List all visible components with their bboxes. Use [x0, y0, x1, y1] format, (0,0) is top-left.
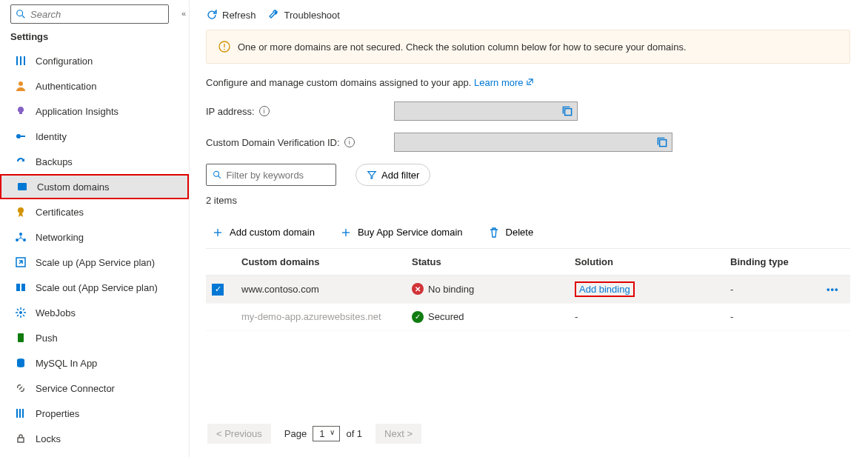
nav-label: Locks	[36, 433, 61, 444]
page-select[interactable]: 1 ∨	[313, 426, 340, 441]
add-filter-label: Add filter	[381, 170, 419, 181]
pager: < Previous Page 1 ∨ of 1 Next >	[190, 410, 868, 457]
svg-rect-27	[660, 140, 667, 147]
sidebar-item-certificates[interactable]: Certificates	[0, 199, 189, 224]
cell-solution: -	[569, 303, 724, 330]
refresh-button[interactable]: Refresh	[206, 9, 256, 21]
certificate-icon	[15, 206, 27, 218]
delete-button[interactable]: Delete	[482, 227, 534, 238]
cell-domain: www.contoso.com	[236, 276, 406, 304]
sidebar-item-locks[interactable]: Locks	[0, 426, 189, 451]
filter-input[interactable]	[226, 170, 330, 181]
svg-rect-20	[19, 409, 21, 418]
warning-alert: One or more domains are not secured. Che…	[206, 30, 850, 64]
sidebar-item-service-connector[interactable]: Service Connector	[0, 376, 189, 401]
sidebar-item-custom-domains[interactable]: Custom domains	[0, 174, 189, 199]
warning-icon	[218, 41, 230, 53]
nav-label: Configuration	[36, 56, 93, 67]
sidebar-item-backups[interactable]: Backups	[0, 149, 189, 174]
sidebar-item-app-insights[interactable]: Application Insights	[0, 99, 189, 124]
nav-label: Scale up (App Service plan)	[36, 257, 155, 268]
svg-rect-8	[18, 183, 27, 190]
col-domain[interactable]: Custom domains	[236, 249, 406, 276]
bulb-icon	[15, 105, 27, 117]
nav-label: MySQL In App	[36, 358, 97, 369]
col-solution[interactable]: Solution	[569, 249, 724, 276]
nav-label: Identity	[36, 131, 67, 142]
network-icon	[15, 231, 27, 243]
svg-point-0	[17, 10, 23, 16]
scale-up-icon	[15, 256, 27, 268]
cell-binding: -	[724, 276, 821, 304]
table-row[interactable]: ✓ www.contoso.com ✕No binding Add bindin…	[206, 276, 850, 304]
svg-point-9	[18, 207, 24, 213]
external-link-icon	[526, 78, 534, 86]
row-checkbox[interactable]: ✓	[212, 284, 224, 296]
search-icon	[213, 170, 221, 180]
troubleshoot-button[interactable]: Troubleshoot	[268, 9, 340, 21]
svg-rect-2	[16, 56, 18, 65]
scale-out-icon	[15, 281, 27, 293]
svg-rect-21	[22, 409, 24, 418]
backup-icon	[15, 156, 27, 167]
alert-text: One or more domains are not secured. Che…	[238, 41, 687, 53]
funnel-icon	[367, 170, 377, 180]
nav-label: Service Connector	[36, 383, 115, 394]
row-menu[interactable]: •••	[827, 284, 839, 295]
nav-label: Backups	[36, 156, 73, 167]
svg-rect-19	[16, 409, 18, 418]
status-ok-icon: ✓	[412, 311, 424, 323]
svg-rect-22	[18, 438, 24, 442]
ip-address-label: IP address:i	[206, 106, 394, 117]
add-filter-button[interactable]: Add filter	[355, 164, 430, 186]
svg-rect-3	[20, 56, 21, 65]
filter-keywords[interactable]	[206, 164, 336, 186]
svg-point-10	[16, 238, 19, 241]
nav-label: Scale out (App Service plan)	[36, 282, 158, 293]
nav-label: Certificates	[36, 207, 84, 218]
sidebar-item-identity[interactable]: Identity	[0, 124, 189, 149]
sidebar-item-configuration[interactable]: Configuration	[0, 48, 189, 73]
sidebar-item-properties[interactable]: Properties	[0, 401, 189, 426]
prev-page-button[interactable]: < Previous	[207, 424, 271, 444]
add-custom-domain-button[interactable]: Add custom domain	[206, 227, 315, 238]
table-row[interactable]: my-demo-app.azurewebsites.net ✓Secured -…	[206, 303, 850, 330]
sidebar-item-authentication[interactable]: Authentication	[0, 73, 189, 99]
add-binding-link[interactable]: Add binding	[575, 281, 635, 297]
refresh-icon	[206, 9, 218, 21]
nav-label: Custom domains	[37, 181, 110, 193]
col-status[interactable]: Status	[406, 249, 569, 276]
svg-rect-26	[565, 109, 572, 116]
copy-cdv-button[interactable]	[655, 136, 669, 149]
copy-ip-button[interactable]	[561, 104, 574, 118]
sidebar-item-scale-up[interactable]: Scale up (App Service plan)	[0, 250, 189, 275]
col-binding[interactable]: Binding type	[724, 249, 821, 276]
nav-label: Push	[36, 333, 58, 344]
svg-point-16	[19, 311, 22, 314]
info-icon[interactable]: i	[344, 137, 355, 147]
next-page-button[interactable]: Next >	[375, 424, 421, 444]
svg-rect-15	[21, 284, 25, 291]
info-icon[interactable]: i	[259, 106, 270, 116]
sidebar-item-webjobs[interactable]: WebJobs	[0, 300, 189, 325]
search-input[interactable]	[30, 9, 168, 20]
sidebar-item-mysql[interactable]: MySQL In App	[0, 350, 189, 376]
sidebar-collapse[interactable]: «	[181, 9, 186, 18]
buy-domain-button[interactable]: Buy App Service domain	[334, 227, 463, 238]
svg-line-1	[22, 16, 25, 19]
svg-rect-17	[18, 333, 24, 342]
sidebar-item-networking[interactable]: Networking	[0, 224, 189, 250]
cdv-id-value	[394, 133, 672, 152]
learn-more-link[interactable]: Learn more	[474, 77, 534, 88]
sliders-icon	[15, 55, 27, 67]
plus-icon	[212, 227, 224, 238]
content-toolbar: Refresh Troubleshoot	[190, 0, 868, 30]
page-label: Page	[284, 428, 307, 439]
cell-domain: my-demo-app.azurewebsites.net	[236, 303, 406, 330]
svg-point-25	[224, 49, 225, 50]
sidebar-item-scale-out[interactable]: Scale out (App Service plan)	[0, 275, 189, 300]
page-of: of 1	[346, 428, 362, 439]
user-icon	[15, 80, 27, 92]
sidebar-item-push[interactable]: Push	[0, 325, 189, 350]
sidebar-search[interactable]	[10, 4, 169, 24]
